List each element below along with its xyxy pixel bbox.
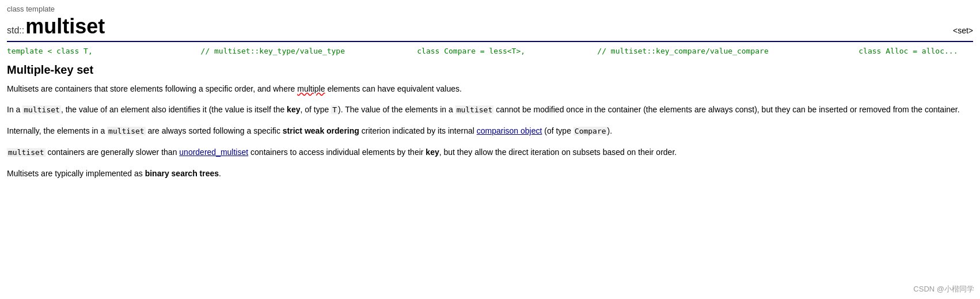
std-prefix: std:: bbox=[7, 25, 24, 36]
template-keyword: template < class T, bbox=[7, 47, 93, 55]
p1-text: Multisets are containers that store elem… bbox=[7, 84, 462, 93]
p3-mid2: (of type bbox=[542, 126, 573, 135]
class-label: class template bbox=[7, 5, 973, 13]
p3-code2: Compare bbox=[573, 127, 607, 135]
p2-code1: multiset bbox=[22, 105, 61, 114]
watermark: CSDN @小楷同学 bbox=[913, 284, 974, 294]
p3-mid1: are always sorted following a specific s… bbox=[146, 126, 477, 135]
template-compare: class Compare = less<T>, bbox=[417, 47, 525, 55]
p2-mid1: , the value of an element also identifie… bbox=[61, 105, 331, 114]
p3-code1: multiset bbox=[107, 127, 146, 135]
p4-mid1: containers are generally slower than bbox=[45, 147, 180, 157]
p5-before: Multisets are typically implemented as b… bbox=[7, 169, 221, 178]
set-link[interactable]: <set> bbox=[953, 26, 973, 35]
comparison-object-link[interactable]: comparison object bbox=[477, 126, 542, 135]
p3-end: ). bbox=[607, 126, 613, 135]
p2-mid2: ). The value of the elements in a bbox=[338, 105, 455, 114]
paragraph-2: In a multiset, the value of an element a… bbox=[7, 103, 973, 116]
paragraph-4: multiset containers are generally slower… bbox=[7, 146, 973, 159]
paragraph-3: Internally, the elements in a multiset a… bbox=[7, 124, 973, 138]
p2-before: In a bbox=[7, 105, 22, 114]
section-title: Multiple-key set bbox=[7, 63, 973, 77]
p2-end: cannot be modified once in the container… bbox=[493, 105, 959, 114]
p4-mid2: containers to access individual elements… bbox=[248, 147, 677, 157]
paragraph-1: Multisets are containers that store elem… bbox=[7, 82, 973, 95]
template-comment2: // multiset::key_compare/value_compare bbox=[597, 47, 768, 55]
p2-code2: T bbox=[331, 105, 338, 114]
paragraph-5: Multisets are typically implemented as b… bbox=[7, 167, 973, 180]
p3-before: Internally, the elements in a bbox=[7, 126, 107, 135]
class-name-heading: multiset bbox=[25, 14, 105, 39]
template-comment1: // multiset::key_type/value_type bbox=[201, 47, 345, 55]
title-left: std:: multiset bbox=[7, 14, 105, 39]
unordered-multiset-link[interactable]: unordered_multiset bbox=[179, 147, 248, 157]
p4-code1: multiset bbox=[7, 148, 45, 157]
template-alloc: class Alloc = alloc... bbox=[859, 47, 958, 55]
p2-code3: multiset bbox=[455, 105, 494, 114]
title-row: std:: multiset <set> bbox=[7, 14, 973, 42]
template-line: template < class T, // multiset::key_typ… bbox=[7, 47, 973, 55]
